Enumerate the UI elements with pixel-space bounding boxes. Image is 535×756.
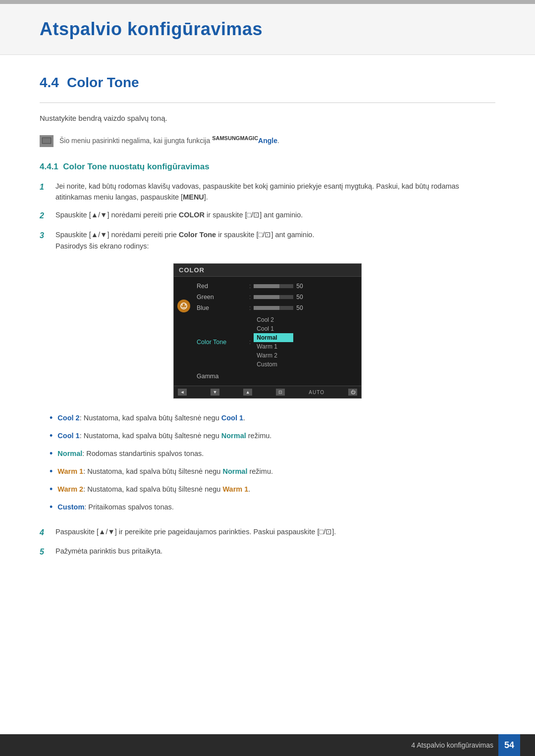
osd-option-normal: Normal bbox=[254, 333, 293, 342]
osd-btn-power: ⏻ bbox=[348, 389, 357, 396]
bullet-warm1-text: Warm 1: Nustatoma, kad spalva būtų šilte… bbox=[57, 466, 273, 477]
osd-btn-down: ▼ bbox=[211, 389, 219, 396]
svg-point-5 bbox=[182, 304, 183, 305]
brand-super: SAMSUNG bbox=[212, 135, 240, 141]
step-1: 1 Jei norite, kad būtų rodomas klavišų v… bbox=[40, 181, 495, 203]
osd-bar-red: 50 bbox=[254, 283, 307, 290]
page-footer: 4 Atspalvio konfigūravimas 54 bbox=[0, 734, 535, 756]
osd-item-blue: Blue : 50 bbox=[194, 302, 359, 313]
step-number-2: 2 bbox=[40, 210, 49, 222]
steps-list: 1 Jei norite, kad būtų rodomas klavišų v… bbox=[40, 181, 495, 252]
osd-label-blue: Blue bbox=[197, 304, 246, 311]
step-text-1: Jei norite, kad būtų rodomas klavišų vad… bbox=[55, 181, 495, 203]
step-text-4: Paspauskite [▲/▼] ir pereikite prie page… bbox=[55, 526, 495, 537]
osd-option-custom: Custom bbox=[254, 360, 293, 369]
bullet-normal: • Normal: Rodomas standartinis spalvos t… bbox=[50, 448, 495, 461]
subsection-title: 4.4.1 Color Tone nuostatų konfigūravimas bbox=[40, 162, 495, 172]
osd-label-gamma: Gamma bbox=[197, 373, 246, 380]
steps-list-2: 4 Paspauskite [▲/▼] ir pereikite prie pa… bbox=[40, 526, 495, 559]
bullet-normal-text: Normal: Rodomas standartinis spalvos ton… bbox=[57, 448, 204, 459]
osd-title-bar: COLOR bbox=[174, 264, 361, 277]
svg-point-6 bbox=[185, 304, 186, 305]
bullet-cool2: • Cool 2: Nustatoma, kad spalva būtų šal… bbox=[50, 412, 495, 425]
osd-icon-circle bbox=[177, 300, 190, 312]
step-2: 2 Spauskite [▲/▼] norėdami pereiti prie … bbox=[40, 209, 495, 222]
osd-option-warm1: Warm 1 bbox=[254, 342, 293, 351]
section-label: Color Tone bbox=[67, 75, 139, 91]
note-text: Šio meniu pasirinkti negalima, kai įjung… bbox=[59, 134, 279, 146]
footer-chapter-text: 4 Atspalvio konfigūravimas bbox=[411, 741, 493, 749]
osd-option-cool1: Cool 1 bbox=[254, 324, 293, 333]
osd-btn-up: ▲ bbox=[243, 389, 252, 396]
osd-bar-green: 50 bbox=[254, 294, 307, 301]
colortone-bold: Color Tone bbox=[179, 231, 216, 239]
osd-item-red: Red : 50 bbox=[194, 281, 359, 292]
step-number-1: 1 bbox=[40, 181, 49, 194]
section-number: 4.4 bbox=[40, 75, 59, 91]
osd-label-green: Green bbox=[197, 294, 246, 301]
note-text-before: Šio meniu pasirinkti negalima, kai įjung… bbox=[59, 136, 212, 144]
color-bold: COLOR bbox=[179, 211, 205, 219]
brand-sub: MAGIC bbox=[240, 135, 258, 141]
step-text-5: Pažymėta parinktis bus pritaikyta. bbox=[55, 546, 495, 556]
bullet-cool2-text: Cool 2: Nustatoma, kad spalva būtų šalte… bbox=[57, 412, 245, 423]
bullet-custom-text: Custom: Pritaikomas spalvos tonas. bbox=[57, 502, 174, 512]
brand-name: Angle bbox=[258, 136, 277, 144]
bullet-custom: • Custom: Pritaikomas spalvos tonas. bbox=[50, 502, 495, 514]
osd-box: COLOR Red bbox=[173, 263, 362, 399]
osd-option-cool2: Cool 2 bbox=[254, 315, 293, 324]
section-divider bbox=[40, 102, 495, 103]
osd-label-colortone: Color Tone bbox=[197, 339, 246, 346]
osd-menu-area: Red : 50 Green : 50 bbox=[174, 277, 361, 386]
osd-dropdown: Cool 2 Cool 1 Normal Warm 1 Warm 2 Custo… bbox=[254, 315, 293, 369]
step-text-3: Spauskite [▲/▼] norėdami pereiti prie Co… bbox=[55, 229, 495, 252]
bullet-list: • Cool 2: Nustatoma, kad spalva būtų šal… bbox=[50, 412, 495, 514]
main-content: 4.4 Color Tone Nustatykite bendrą vaizdo… bbox=[0, 55, 535, 610]
subsection-number: 4.4.1 bbox=[40, 162, 58, 171]
page-title: Atspalvio konfigūravimas bbox=[40, 19, 495, 40]
step-4: 4 Paspauskite [▲/▼] ir pereikite prie pa… bbox=[40, 526, 495, 539]
page-header: Atspalvio konfigūravimas bbox=[0, 4, 535, 55]
osd-bottom-bar: ◄ ▼ ▲ ⊡ AUTO ⏻ bbox=[174, 386, 361, 398]
osd-btn-back: ◄ bbox=[178, 389, 187, 396]
bullet-cool1-text: Cool 1: Nustatoma, kad spalva būtų šalte… bbox=[57, 430, 271, 441]
osd-item-green: Green : 50 bbox=[194, 292, 359, 302]
section-heading: 4.4 Color Tone bbox=[40, 75, 495, 91]
osd-bar-blue: 50 bbox=[254, 304, 307, 311]
osd-option-warm2: Warm 2 bbox=[254, 351, 293, 360]
top-stripe bbox=[0, 0, 535, 4]
svg-point-4 bbox=[181, 303, 187, 309]
svg-rect-1 bbox=[43, 138, 51, 143]
step-5: 5 Pažymėta parinktis bus pritaikyta. bbox=[40, 546, 495, 558]
osd-auto-text: AUTO bbox=[309, 390, 324, 395]
osd-left-icon bbox=[174, 281, 194, 382]
osd-item-colortone: Color Tone : Cool 2 Cool 1 Normal Warm 1… bbox=[194, 313, 359, 371]
step-number-5: 5 bbox=[40, 546, 49, 558]
osd-btn-enter: ⊡ bbox=[276, 389, 285, 396]
subsection-label: Color Tone nuostatų konfigūravimas bbox=[63, 162, 209, 171]
step-text-2: Spauskite [▲/▼] norėdami pereiti prie CO… bbox=[55, 209, 495, 220]
section-description: Nustatykite bendrą vaizdo spalvų toną. bbox=[40, 113, 495, 124]
step-number-3: 3 bbox=[40, 230, 49, 242]
note-icon bbox=[40, 135, 54, 147]
bullet-warm2-text: Warm 2: Nustatoma, kad spalva būtų šilte… bbox=[57, 484, 250, 495]
bullet-warm1: • Warm 1: Nustatoma, kad spalva būtų šil… bbox=[50, 466, 495, 479]
step-number-4: 4 bbox=[40, 527, 49, 539]
bullet-warm2: • Warm 2: Nustatoma, kad spalva būtų šil… bbox=[50, 484, 495, 497]
bullet-cool1: • Cool 1: Nustatoma, kad spalva būtų šal… bbox=[50, 430, 495, 443]
footer-page-number: 54 bbox=[498, 734, 520, 756]
osd-menu-items: Red : 50 Green : 50 bbox=[194, 281, 361, 382]
note-box: Šio meniu pasirinkti negalima, kai įjung… bbox=[40, 134, 495, 147]
note-text-after: . bbox=[277, 136, 279, 144]
osd-item-gamma: Gamma bbox=[194, 371, 359, 382]
osd-label-red: Red bbox=[197, 283, 246, 290]
osd-container: COLOR Red bbox=[40, 263, 495, 399]
step-3: 3 Spauskite [▲/▼] norėdami pereiti prie … bbox=[40, 229, 495, 252]
key-menu: MENU bbox=[183, 193, 204, 201]
